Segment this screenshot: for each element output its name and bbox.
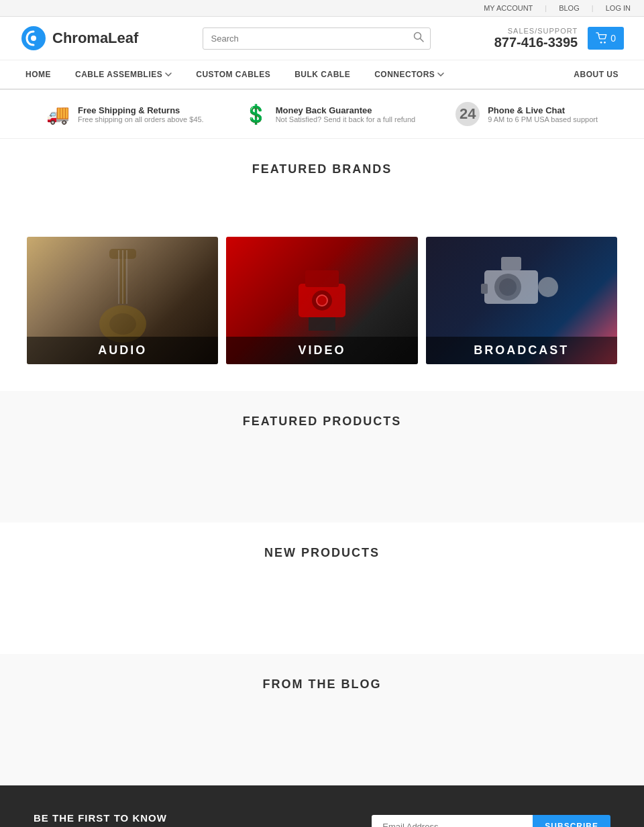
feature-support: 24 Phone & Live Chat 9 AM to 6 PM USA ba… xyxy=(455,102,598,126)
new-products-section: NEW PRODUCTS xyxy=(0,522,644,654)
audio-card-bg: AUDIO xyxy=(27,237,218,364)
newsletter-title: BE THE FIRST TO KNOW xyxy=(34,812,317,824)
chevron-down-icon xyxy=(165,72,172,76)
main-nav: HOME CABLE ASSEMBLIES CUSTOM CABLES BULK… xyxy=(0,60,644,90)
footer-newsletter: BE THE FIRST TO KNOW Get all the latest … xyxy=(0,785,644,827)
category-card-video[interactable]: VIDEO xyxy=(226,237,417,364)
nav-item-bulk-cable[interactable]: BULK CABLE xyxy=(282,60,362,90)
featured-products-heading: FEATURED PRODUCTS xyxy=(0,391,644,442)
svg-point-5 xyxy=(604,42,606,44)
nav-item-about-us[interactable]: ABOUT US xyxy=(561,60,631,90)
logo-icon xyxy=(20,25,47,52)
cart-count: 0 xyxy=(610,33,616,44)
guarantee-icon: 💲 xyxy=(244,103,268,125)
nav-item-connectors[interactable]: CONNECTORS xyxy=(362,60,456,90)
nav-item-cable-assemblies[interactable]: CABLE ASSEMBLIES xyxy=(63,60,184,90)
featured-brands-section: FEATURED BRANDS xyxy=(0,139,644,230)
newsletter-form: SUBSCRIBE xyxy=(372,815,610,827)
category-cards: AUDIO VIDEO xyxy=(0,230,644,391)
svg-rect-22 xyxy=(501,257,521,270)
feature-shipping-text: Free Shipping & Returns Free shipping on… xyxy=(78,105,204,123)
feature-support-text: Phone & Live Chat 9 AM to 6 PM USA based… xyxy=(488,105,598,123)
support-icon: 24 xyxy=(455,102,480,126)
video-card-bg: VIDEO xyxy=(226,237,417,364)
header: ChromaLeaf SALES/SUPPORT 877-416-3395 0 xyxy=(0,17,644,60)
blog-link[interactable]: BLOG xyxy=(559,4,580,12)
login-link[interactable]: LOG IN xyxy=(606,4,631,12)
nav-item-home[interactable]: HOME xyxy=(13,60,63,90)
svg-point-7 xyxy=(109,313,136,335)
svg-rect-23 xyxy=(481,284,488,294)
broadcast-card-bg: BROADCAST xyxy=(426,237,617,364)
featured-products-section: FEATURED PRODUCTS xyxy=(0,391,644,522)
blog-section: FROM THE BLOG xyxy=(0,654,644,785)
video-card-overlay: VIDEO xyxy=(226,337,417,364)
sales-area: SALES/SUPPORT 877-416-3395 0 xyxy=(494,27,624,50)
cart-icon xyxy=(596,32,608,44)
feature-guarantee-text: Money Back Guarantee Not Satisfied? Send… xyxy=(276,105,416,123)
new-products-area xyxy=(0,573,644,627)
newsletter-info: BE THE FIRST TO KNOW Get all the latest … xyxy=(34,812,317,827)
featured-brands-heading: FEATURED BRANDS xyxy=(0,139,644,190)
svg-rect-19 xyxy=(538,277,558,297)
feature-shipping: 🚚 Free Shipping & Returns Free shipping … xyxy=(46,102,204,126)
shipping-icon: 🚚 xyxy=(46,103,70,125)
sales-phone: 877-416-3395 xyxy=(494,35,578,50)
separator: | xyxy=(545,4,547,12)
search-button[interactable] xyxy=(413,32,424,45)
search-input[interactable] xyxy=(203,27,431,50)
top-bar: MY ACCOUNT | BLOG | LOG IN xyxy=(0,0,644,17)
svg-rect-15 xyxy=(309,317,335,331)
svg-rect-14 xyxy=(305,270,339,287)
svg-line-3 xyxy=(420,39,423,42)
svg-point-4 xyxy=(600,42,602,44)
svg-point-17 xyxy=(317,295,327,306)
logo-text: ChromaLeaf xyxy=(52,30,138,47)
search-icon xyxy=(413,32,424,42)
subscribe-button[interactable]: SUBSCRIBE xyxy=(533,815,610,827)
blog-area xyxy=(0,705,644,759)
hdmi-icon xyxy=(285,250,359,337)
guitar-icon xyxy=(83,243,163,344)
audio-card-overlay: AUDIO xyxy=(27,337,218,364)
blog-heading: FROM THE BLOG xyxy=(0,654,644,705)
video-label: VIDEO xyxy=(233,343,411,357)
brands-area xyxy=(0,190,644,230)
category-card-audio[interactable]: AUDIO xyxy=(27,237,218,364)
sales-text: SALES/SUPPORT 877-416-3395 xyxy=(494,27,578,50)
newsletter-email-input[interactable] xyxy=(372,815,533,827)
features-bar: 🚚 Free Shipping & Returns Free shipping … xyxy=(0,90,644,139)
audio-label: AUDIO xyxy=(34,343,211,357)
feature-guarantee: 💲 Money Back Guarantee Not Satisfied? Se… xyxy=(244,102,416,126)
nav-item-custom-cables[interactable]: CUSTOM CABLES xyxy=(184,60,282,90)
separator: | xyxy=(592,4,594,12)
logo-area[interactable]: ChromaLeaf xyxy=(20,25,138,52)
new-products-heading: NEW PRODUCTS xyxy=(0,522,644,573)
svg-point-1 xyxy=(31,36,36,41)
camera-icon xyxy=(478,250,565,317)
broadcast-card-overlay: BROADCAST xyxy=(426,337,617,364)
svg-point-21 xyxy=(499,278,517,296)
sales-label: SALES/SUPPORT xyxy=(494,27,578,35)
category-card-broadcast[interactable]: BROADCAST xyxy=(426,237,617,364)
broadcast-label: BROADCAST xyxy=(433,343,610,357)
cart-button[interactable]: 0 xyxy=(588,27,624,50)
featured-products-area xyxy=(0,442,644,496)
chevron-down-icon xyxy=(437,72,444,76)
my-account-link[interactable]: MY ACCOUNT xyxy=(484,4,533,12)
search-area xyxy=(203,27,431,50)
